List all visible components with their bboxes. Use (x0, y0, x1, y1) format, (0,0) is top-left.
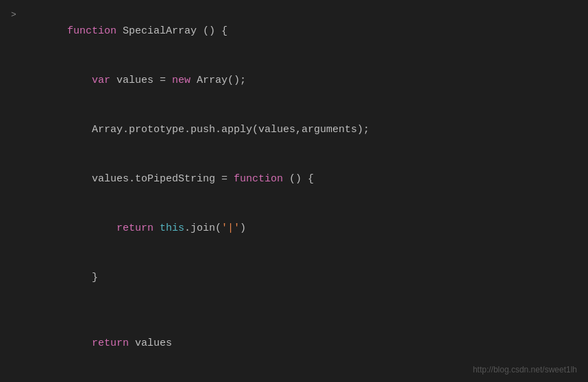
plain-2: values = (110, 75, 172, 86)
code-text-6: } (30, 253, 577, 303)
plain-7b: values (129, 338, 172, 349)
code-line-2: var values = new Array(); (0, 56, 588, 105)
plain-4a: values.toPipedString = (67, 173, 234, 185)
arrow-gutter: > (11, 8, 25, 23)
code-line-6: } (0, 253, 588, 303)
code-line-5: return this.join('|') (0, 204, 588, 253)
code-text-2: var values = new Array(); (30, 56, 577, 105)
plain-5b (154, 222, 160, 234)
plain-7a (67, 338, 92, 349)
this-keyword: this (160, 222, 184, 234)
keyword-function: function (67, 25, 117, 37)
code-line-4: values.toPipedString = function () { (0, 155, 588, 204)
code-line-empty-1 (0, 303, 588, 319)
code-text-4: values.toPipedString = function () { (30, 155, 577, 204)
string-pipe: '|' (221, 222, 240, 234)
plain-6: } (67, 272, 98, 283)
keyword-var-1: var (92, 75, 110, 86)
keyword-return-1: return (117, 222, 154, 234)
code-line-1: > function SpecialArray () { (0, 7, 588, 56)
plain-5d: ) (240, 222, 246, 234)
watermark: http://blog.csdn.net/sweet1lh (473, 364, 577, 377)
keyword-function-2: function (234, 173, 283, 185)
code-text-1: function SpecialArray () { (30, 7, 577, 56)
keyword-return-2: return (92, 338, 129, 349)
code-text-5: return this.join('|') (30, 204, 577, 253)
plain-2b: Array(); (191, 75, 246, 86)
plain-4b: () { (283, 173, 314, 185)
code-line-3: Array.prototype.push.apply(values,argume… (0, 105, 588, 155)
plain-5c: .join( (184, 222, 221, 234)
code-line-7: return values (0, 319, 588, 368)
code-text-3: Array.prototype.push.apply(values,argume… (30, 105, 577, 155)
plain-3: Array.prototype.push.apply(values,argume… (67, 124, 369, 136)
code-text-7: return values (30, 319, 577, 368)
indent-2 (67, 75, 92, 86)
keyword-new-1: new (172, 75, 191, 86)
plain-5a (67, 222, 117, 234)
plain-1: SpecialArray () { (117, 25, 228, 37)
code-container: > function SpecialArray () { var values … (0, 0, 588, 382)
